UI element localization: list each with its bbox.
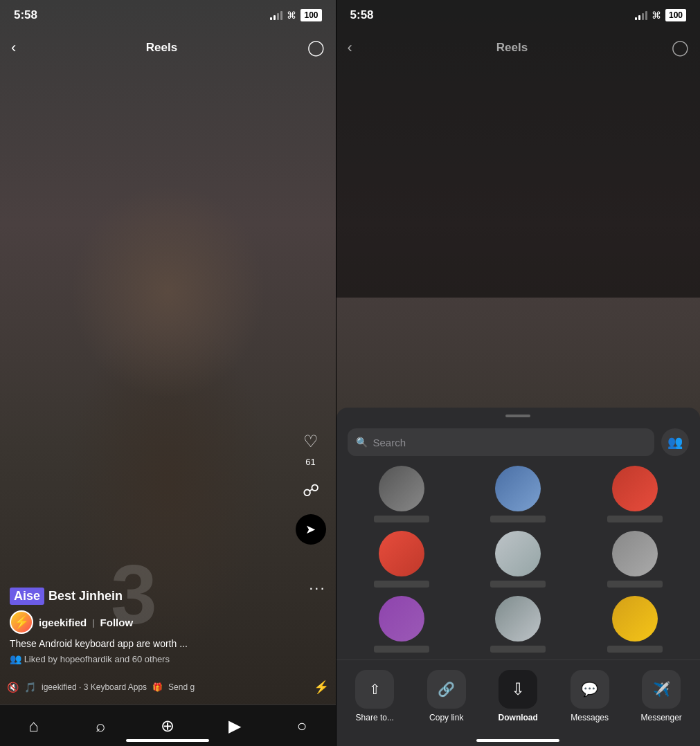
copy-link-icon: 🔗 (427, 670, 466, 709)
comment-icon: ☍ (298, 478, 323, 503)
signal-bar-1 (270, 17, 272, 20)
right-home-indicator (476, 739, 559, 742)
left-panel: 5:58 ⌘ 100 ‹ Reels ◯ 3 ♡ 61 ☍ ➤ (0, 0, 336, 746)
heart-icon: ♡ (298, 429, 323, 454)
like-button[interactable]: ♡ 61 (298, 429, 323, 467)
download-button[interactable]: ⇩ Download (494, 670, 542, 722)
signal-bar-1 (635, 17, 637, 20)
right-back-icon[interactable]: ‹ (348, 39, 352, 57)
comment-button[interactable]: ☍ (298, 478, 323, 503)
follow-button[interactable]: Follow (100, 617, 134, 628)
contact-name-9 (607, 646, 663, 653)
more-options[interactable]: ··· (309, 579, 325, 597)
contact-name-1 (374, 516, 429, 522)
volume-icon[interactable]: 🔇 (7, 682, 19, 693)
copy-link-button[interactable]: 🔗 Copy link (422, 670, 471, 722)
separator: | (92, 617, 94, 628)
search-placeholder: Search (373, 437, 406, 448)
contact-name-8 (490, 646, 546, 653)
contact-item[interactable] (348, 596, 456, 653)
nav-plus-icon[interactable]: ⊕ (154, 712, 181, 740)
user-row: ⚡ igeekified | Follow (10, 610, 294, 634)
gift-icon[interactable]: 🎁 (152, 682, 163, 692)
signal-bar-2 (638, 15, 640, 20)
contact-item[interactable] (581, 466, 690, 522)
add-people-button[interactable]: 👥 (661, 428, 689, 456)
messenger-icon: ✈️ (642, 670, 681, 709)
right-header: ‹ Reels ◯ (336, 30, 700, 65)
nav-home-icon[interactable]: ⌂ (19, 712, 47, 740)
contact-name-7 (374, 646, 429, 653)
nav-reels-icon[interactable]: ▶ (221, 712, 249, 740)
contact-avatar-4 (379, 531, 424, 576)
contact-item[interactable] (581, 596, 690, 653)
share-to-button[interactable]: ⇧ Share to... (350, 670, 399, 722)
nav-profile-icon[interactable]: ○ (288, 712, 316, 740)
left-status-bar: 5:58 ⌘ 100 (0, 0, 336, 30)
messages-icon: 💬 (571, 670, 609, 709)
user-avatar[interactable]: ⚡ (10, 610, 33, 634)
contact-item[interactable] (464, 596, 573, 653)
share-sheet: 🔍 Search 👥 (336, 408, 700, 746)
contact-avatar-2 (495, 466, 541, 511)
messenger-label: Messenger (641, 713, 682, 722)
reel-description: These Android keyboard app are worth ... (10, 638, 294, 649)
contacts-grid (336, 466, 700, 659)
contact-item[interactable] (348, 466, 456, 522)
right-status-bar: 5:58 ⌘ 100 (336, 0, 700, 30)
like-count: 61 (305, 457, 315, 467)
contact-name-6 (607, 581, 663, 588)
left-home-indicator (126, 739, 209, 742)
signal-bar-3 (642, 13, 644, 20)
bottom-bar-text: igeekified · 3 Keyboard Apps (42, 682, 147, 692)
messages-label: Messages (571, 713, 609, 722)
search-row: 🔍 Search 👥 (336, 428, 700, 466)
sheet-handle (505, 415, 530, 417)
remix-icon[interactable]: ⚡ (314, 680, 329, 695)
left-header: ‹ Reels ◯ (0, 30, 336, 65)
signal-bar-4 (280, 11, 282, 20)
right-status-icons: ⌘ 100 (635, 9, 686, 21)
contact-avatar-9 (612, 596, 658, 642)
contact-item[interactable] (348, 531, 456, 588)
share-to-icon: ⇧ (355, 670, 394, 709)
title-tag: Aise (10, 588, 44, 605)
signal-bar-4 (645, 11, 647, 20)
right-header-title: Reels (496, 41, 528, 55)
wifi-icon: ⌘ (287, 10, 296, 21)
signal-bars (270, 11, 282, 20)
right-camera-icon[interactable]: ◯ (672, 39, 689, 57)
signal-bar-3 (277, 13, 279, 20)
contact-item[interactable] (581, 531, 690, 588)
left-battery: 100 (300, 9, 321, 21)
signal-bar-2 (273, 15, 276, 20)
right-actions: ♡ 61 ☍ ➤ (296, 429, 326, 545)
download-icon: ⇩ (499, 670, 537, 709)
left-time: 5:58 (14, 8, 37, 22)
title-main: Best Jinhein (48, 589, 123, 603)
right-time: 5:58 (350, 8, 374, 22)
contact-item[interactable] (464, 466, 573, 522)
username[interactable]: igeekified (39, 617, 87, 628)
messenger-button[interactable]: ✈️ Messenger (637, 670, 685, 722)
share-to-label: Share to... (356, 713, 394, 722)
contact-name-2 (490, 516, 546, 522)
right-battery: 100 (665, 9, 686, 21)
liked-by-text: Liked by hopeofhardik and 60 others (24, 654, 170, 664)
left-camera-icon[interactable]: ◯ (307, 39, 325, 57)
left-back-icon[interactable]: ‹ (11, 39, 16, 57)
send-button[interactable]: ➤ (296, 514, 326, 545)
right-signal-bars (635, 11, 647, 20)
contact-avatar-8 (495, 596, 541, 642)
bottom-info: Aise Best Jinhein ⚡ igeekified | Follow … (10, 588, 294, 670)
send-text: Send g (168, 682, 195, 692)
messages-button[interactable]: 💬 Messages (566, 670, 614, 722)
music-icon[interactable]: 🎵 (24, 682, 36, 693)
contact-item[interactable] (464, 531, 573, 588)
search-box[interactable]: 🔍 Search (348, 428, 654, 456)
copy-link-label: Copy link (429, 713, 463, 722)
action-bar: ⇧ Share to... 🔗 Copy link ⇩ Download 💬 M… (336, 659, 700, 722)
right-wifi-icon: ⌘ (652, 10, 661, 21)
send-icon: ➤ (296, 514, 326, 545)
nav-search-icon[interactable]: ⌕ (87, 712, 114, 740)
